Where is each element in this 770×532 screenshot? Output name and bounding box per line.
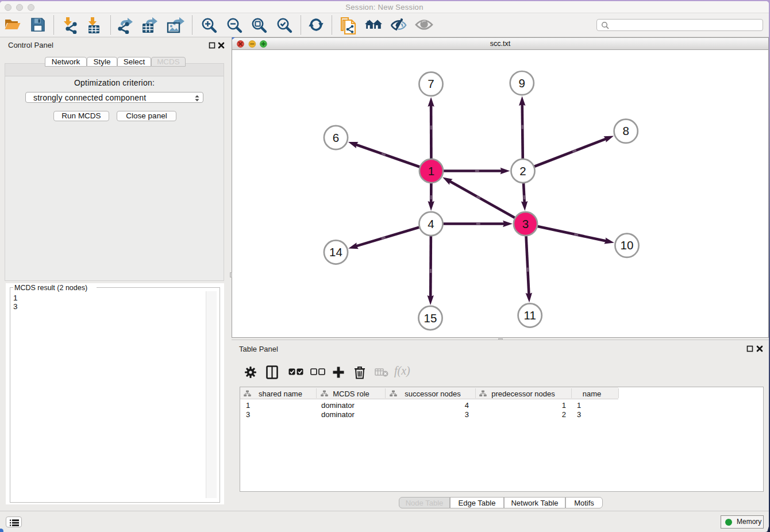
svg-text:3: 3 <box>522 217 529 230</box>
svg-text:6: 6 <box>333 131 339 144</box>
svg-text:8: 8 <box>622 124 629 137</box>
svg-text:1: 1 <box>428 164 434 178</box>
svg-text:15: 15 <box>424 311 437 325</box>
svg-text:4: 4 <box>428 217 434 230</box>
svg-text:7: 7 <box>428 77 434 90</box>
svg-text:9: 9 <box>519 76 525 90</box>
svg-text:14: 14 <box>329 245 342 259</box>
svg-text:11: 11 <box>524 309 536 322</box>
svg-text:2: 2 <box>519 164 526 178</box>
svg-text:10: 10 <box>621 238 634 252</box>
